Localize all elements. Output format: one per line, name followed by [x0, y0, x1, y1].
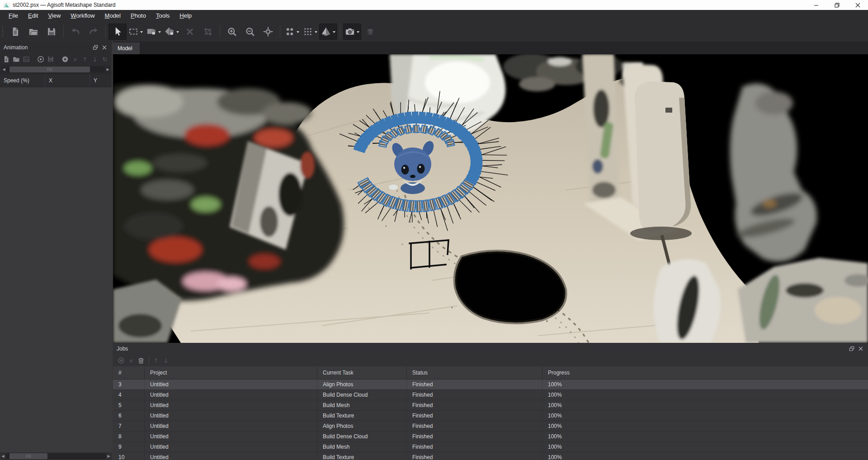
table-row[interactable]: 8UntitledBuild Dense CloudFinished100% [113, 432, 868, 442]
animation-load-button[interactable] [12, 54, 21, 64]
close-panel-icon[interactable] [100, 43, 109, 52]
chevron-down-icon[interactable] [297, 31, 299, 34]
chevron-down-icon[interactable] [158, 31, 161, 34]
chevron-down-icon[interactable] [333, 31, 335, 34]
close-button[interactable] [847, 0, 868, 10]
view-tab-strip: Model [113, 42, 868, 54]
table-cell: 8 [113, 432, 145, 441]
job-clear-button[interactable] [137, 356, 146, 365]
table-cell: Align Photos [317, 379, 407, 389]
zoom-in-button[interactable] [223, 24, 241, 40]
menu-item-help[interactable]: Help [175, 11, 197, 20]
column-project[interactable]: Project [145, 366, 317, 379]
model-3d-scene[interactable] [113, 54, 868, 343]
model-shaded-button[interactable] [319, 24, 337, 40]
animation-new-button[interactable] [2, 54, 11, 64]
job-cancel-button[interactable]: × [127, 356, 136, 365]
menu-item-photo[interactable]: Photo [126, 11, 151, 20]
table-row[interactable]: 3UntitledAlign PhotosFinished100% [113, 379, 868, 390]
animation-panel-title: Animation [4, 44, 28, 51]
table-row[interactable]: 9UntitledBuild MeshFinished100% [113, 442, 868, 452]
table-row[interactable]: 4UntitledBuild Dense CloudFinished100% [113, 390, 868, 400]
show-cameras-button[interactable] [343, 24, 361, 40]
dense-cloud-button[interactable] [301, 24, 319, 40]
chevron-down-icon[interactable] [140, 31, 143, 34]
main-toolbar [0, 21, 868, 42]
redo-button[interactable] [85, 24, 103, 40]
chevron-down-icon[interactable] [357, 31, 359, 34]
column-status[interactable]: Status [407, 366, 542, 379]
menu-item-tools[interactable]: Tools [151, 11, 175, 20]
close-panel-icon[interactable] [856, 345, 865, 353]
point-cloud-button[interactable] [283, 24, 301, 40]
move-region-button[interactable] [145, 24, 163, 40]
animation-remove-button[interactable]: × [71, 54, 80, 64]
restore-button[interactable] [826, 0, 847, 10]
column-speed[interactable]: Speed (%) [0, 74, 45, 87]
toolbar-separator [63, 25, 64, 38]
column-progress[interactable]: Progress [542, 366, 868, 379]
animation-capture-button[interactable] [22, 54, 31, 64]
float-panel-icon[interactable] [847, 345, 856, 353]
column-y[interactable]: Y [90, 74, 112, 87]
menu-item-file[interactable]: File [4, 11, 23, 20]
model-viewport[interactable] [113, 54, 868, 343]
chevron-down-icon[interactable] [176, 31, 179, 34]
new-project-button[interactable] [6, 24, 24, 40]
show-images-button[interactable] [361, 24, 379, 40]
menu-item-view[interactable]: View [43, 11, 66, 20]
animation-update-button[interactable]: ↻ [100, 54, 109, 64]
animation-move-up-button[interactable]: ↑ [80, 54, 90, 64]
column-x[interactable]: X [45, 74, 90, 87]
table-cell: Finished [407, 390, 542, 400]
animation-append-button[interactable] [61, 54, 70, 64]
animation-move-down-button[interactable]: ↓ [90, 54, 99, 64]
undo-button[interactable] [66, 24, 85, 40]
animation-save-button[interactable] [46, 54, 55, 64]
workspace: Model [113, 42, 868, 460]
animation-track-list[interactable] [0, 87, 112, 452]
scroll-right-icon[interactable]: ▶ [106, 453, 112, 459]
table-row[interactable]: 5UntitledBuild MeshFinished100% [113, 400, 868, 411]
minimize-button[interactable] [806, 0, 826, 10]
animation-toolbar: ×↑↓↻» [0, 53, 112, 65]
table-cell: Untitled [145, 421, 317, 431]
table-cell: Build Dense Cloud [317, 432, 407, 441]
job-stop-button[interactable] [117, 356, 126, 365]
table-cell: Untitled [145, 411, 317, 421]
delete-selection-button[interactable] [181, 24, 199, 40]
table-row[interactable]: 10UntitledBuild TextureFinished100% [113, 452, 868, 460]
scroll-left-icon[interactable]: ◀ [0, 453, 6, 459]
crop-selection-button[interactable] [199, 24, 217, 40]
toolbar-grip[interactable] [2, 27, 3, 37]
tab-model[interactable]: Model [113, 43, 140, 54]
float-panel-icon[interactable] [91, 43, 100, 52]
table-cell: Finished [407, 442, 542, 452]
column-number[interactable]: # [113, 366, 145, 379]
menu-item-edit[interactable]: Edit [23, 11, 43, 20]
animation-column-headers: Speed (%) X Y [0, 74, 112, 87]
chevron-down-icon[interactable] [315, 31, 317, 34]
job-move-down-button[interactable]: ↓ [161, 356, 170, 365]
menu-item-workflow[interactable]: Workflow [66, 11, 99, 20]
table-row[interactable]: 7UntitledAlign PhotosFinished100% [113, 421, 868, 432]
table-row[interactable]: 6UntitledBuild TextureFinished100% [113, 411, 868, 421]
jobs-toolbar: ×↑↓ [113, 355, 868, 366]
rotate-region-button[interactable] [163, 24, 181, 40]
animation-play-button[interactable] [36, 54, 45, 64]
table-cell: 5 [113, 400, 145, 410]
scroll-left-icon[interactable]: ◀ [1, 66, 7, 72]
save-project-button[interactable] [42, 24, 61, 40]
selection-tool-button[interactable] [108, 24, 127, 40]
toolbar-separator [280, 25, 280, 38]
menu-item-model[interactable]: Model [100, 11, 126, 20]
zoom-out-button[interactable] [241, 24, 259, 40]
reset-view-button[interactable] [259, 24, 277, 40]
animation-timeline-scrollbar[interactable]: ◀ ▶ [1, 66, 111, 73]
column-current-task[interactable]: Current Task [317, 366, 407, 379]
animation-bottom-scrollbar[interactable]: ◀ ▶ [0, 452, 112, 460]
open-project-button[interactable] [24, 24, 42, 40]
scroll-right-icon[interactable]: ▶ [105, 66, 111, 72]
rectangle-selection-button[interactable] [127, 24, 145, 40]
job-move-up-button[interactable]: ↑ [151, 356, 160, 365]
